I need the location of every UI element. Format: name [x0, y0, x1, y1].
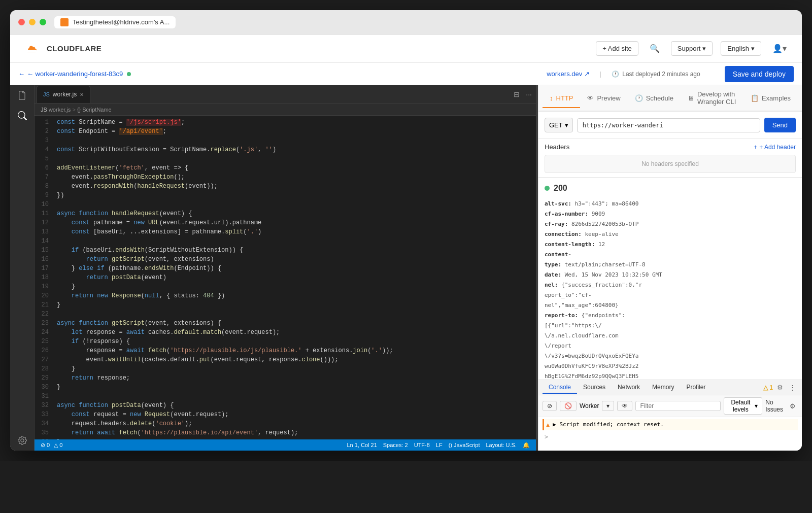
add-site-button[interactable]: + Add site — [596, 41, 638, 56]
devtools-panel: Console Sources Network Memory Profiler … — [538, 380, 802, 451]
tab-filename: worker.js — [53, 91, 77, 98]
console-filter-input[interactable] — [635, 401, 721, 411]
maximize-button[interactable] — [40, 19, 46, 25]
language-label: English — [727, 45, 749, 52]
code-line: 32 async function postData(event) { — [35, 401, 536, 410]
divider: | — [600, 70, 601, 78]
right-panel: ↕ HTTP 👁 Preview 🕐 Schedule 🖥 Develop wi… — [538, 85, 802, 451]
breadcrumb-separator: > — [72, 107, 75, 113]
search-files-icon[interactable] — [16, 110, 28, 122]
browser-tab[interactable]: Testingthetest@hldrive.com's A... — [54, 16, 176, 28]
status-indicator — [127, 72, 131, 76]
schedule-icon: 🕐 — [635, 94, 643, 102]
code-line: 23 async function getScript(event, exten… — [35, 319, 536, 328]
titlebar: Testingthetest@hldrive.com's A... — [10, 10, 802, 35]
console-prompt[interactable]: > — [543, 431, 798, 442]
language: () JavaScript — [449, 442, 480, 449]
tab-preview[interactable]: 👁 Preview — [580, 89, 627, 108]
code-line: 20 return new Response(null, { status: 4… — [35, 291, 536, 300]
devtools-more-icon[interactable]: ⋮ — [787, 383, 798, 392]
more-options-icon[interactable]: ··· — [524, 89, 534, 99]
save-and-deploy-button[interactable]: Save and deploy — [725, 66, 794, 82]
warning-text: ▶ Script modified; context reset. — [553, 421, 664, 428]
code-line: 6 addEventListener('fetch', event => { — [35, 163, 536, 173]
code-editor-area: JS worker.js ✕ ⊟ ··· JS worker.js > {} S… — [35, 85, 536, 451]
devtools-tab-memory[interactable]: Memory — [646, 382, 680, 394]
send-button[interactable]: Send — [764, 118, 796, 132]
back-link[interactable]: ← ← worker-wandering-forest-83c9 — [18, 70, 123, 78]
devtools-tab-console[interactable]: Console — [543, 382, 577, 394]
code-line: 30 } — [35, 383, 536, 392]
code-line: 27 event.waitUntil(caches.default.put(ev… — [35, 355, 536, 364]
filter-icon[interactable]: 🚫 — [560, 401, 577, 411]
tab-schedule[interactable]: 🕐 Schedule — [628, 89, 681, 108]
code-line: 14 — [35, 236, 536, 246]
eye-icon-btn[interactable]: 👁 — [617, 401, 632, 411]
code-line: 5 — [35, 154, 536, 163]
method-selector[interactable]: GET ▾ — [545, 118, 573, 132]
resp-header-line: nel: {"success_fraction":0,"r — [545, 280, 796, 290]
deploy-info: 🕐 Last deployed 2 minutes ago — [612, 71, 700, 78]
warning-badge: △ 1 — [763, 384, 773, 391]
split-editor-icon[interactable]: ⊟ — [512, 89, 522, 99]
examples-icon: 📋 — [751, 94, 759, 102]
top-navigation: CLOUDFLARE + Add site 🔍 Support ▾ Englis… — [10, 35, 802, 63]
resp-header-line: type: text/plain;charset=UTF-8 — [545, 260, 796, 270]
editor-tab-worker-js[interactable]: JS worker.js ✕ — [37, 86, 90, 103]
tab-wrangler[interactable]: 🖥 Develop with Wrangler CLI — [681, 85, 743, 112]
bell-icon: 🔔 — [523, 442, 530, 449]
files-icon[interactable] — [16, 89, 28, 101]
right-panel-tabs: ↕ HTTP 👁 Preview 🕐 Schedule 🖥 Develop wi… — [538, 85, 802, 112]
editor-tabs: JS worker.js ✕ ⊟ ··· — [35, 85, 536, 104]
devtools-tab-network[interactable]: Network — [612, 382, 646, 394]
terminal-icon: 🖥 — [688, 94, 694, 102]
close-button[interactable] — [18, 19, 25, 25]
resp-header-line: connection: keep-alive — [545, 229, 796, 240]
tab-http[interactable]: ↕ HTTP — [543, 89, 580, 108]
workers-dev-link[interactable]: workers.dev ↗ — [547, 70, 590, 78]
chevron-down-icon: ▾ — [702, 45, 706, 52]
code-line: 3 — [35, 136, 536, 145]
tab-examples[interactable]: 📋 Examples — [743, 89, 798, 108]
settings-icon[interactable] — [16, 434, 28, 447]
plus-icon: + — [754, 144, 757, 151]
devtools-tab-sources[interactable]: Sources — [577, 382, 612, 394]
code-editor[interactable]: 1 const ScriptName = '/js/script.js'; 2 … — [35, 116, 536, 439]
worker-selector-label: Worker — [580, 402, 599, 409]
minimize-button[interactable] — [29, 19, 36, 25]
issues-settings-icon[interactable]: ⚙ — [788, 401, 798, 411]
support-button[interactable]: Support ▾ — [671, 41, 713, 56]
resp-header-line: hBgE1G%2FdM6dz92p9QQwQ3FLEH5 — [545, 371, 796, 380]
resp-header-line: content- — [545, 250, 796, 260]
console-messages: ▲ ▶ Script modified; context reset. > — [538, 417, 802, 451]
line-col: Ln 1, Col 21 — [347, 442, 377, 449]
headers-title: Headers + + Add header — [545, 143, 796, 151]
resp-header-line: \/report — [545, 341, 796, 351]
language-button[interactable]: English ▾ — [721, 41, 761, 56]
devtools-tab-profiler[interactable]: Profiler — [680, 382, 712, 394]
response-headers: alt-svc: h3=":443"; ma=86400 cf-as-numbe… — [545, 199, 796, 380]
clear-console-icon[interactable]: ⊘ — [543, 401, 557, 411]
back-arrow-icon: ← — [18, 70, 25, 78]
close-tab-icon[interactable]: ✕ — [80, 92, 84, 97]
code-line: 25 if (!response) { — [35, 337, 536, 346]
devtools-settings-icon[interactable]: ⚙ — [775, 383, 785, 392]
add-header-button[interactable]: + + Add header — [754, 144, 796, 151]
url-input[interactable] — [577, 118, 760, 132]
traffic-lights — [18, 19, 46, 25]
user-icon-button[interactable]: 👤▾ — [769, 41, 790, 56]
worker-selector-dropdown[interactable]: ▾ — [602, 401, 614, 411]
resp-header-line: \/a.nel.cloudflare.com — [545, 331, 796, 341]
code-line: 28 } — [35, 364, 536, 373]
breadcrumb-bar: ← ← worker-wandering-forest-83c9 workers… — [10, 63, 802, 85]
editor-statusbar: ⊘ 0 △ 0 Ln 1, Col 21 Spaces: 2 UTF-8 LF … — [35, 439, 536, 451]
search-icon-button[interactable]: 🔍 — [647, 41, 663, 56]
js-icon: JS — [43, 91, 50, 97]
devtools-tabs: Console Sources Network Memory Profiler … — [538, 380, 802, 395]
chevron-down-icon: ▾ — [755, 402, 758, 409]
log-levels-dropdown[interactable]: Default levels ▾ — [724, 397, 762, 415]
code-line: 17 } else if (pathname.endsWith(Endpoint… — [35, 264, 536, 273]
cloudflare-logo-svg — [22, 42, 43, 56]
code-line: 4 const ScriptWithoutExtension = ScriptN… — [35, 145, 536, 154]
code-line: 8 event.respondWith(handleRequest(event)… — [35, 182, 536, 191]
